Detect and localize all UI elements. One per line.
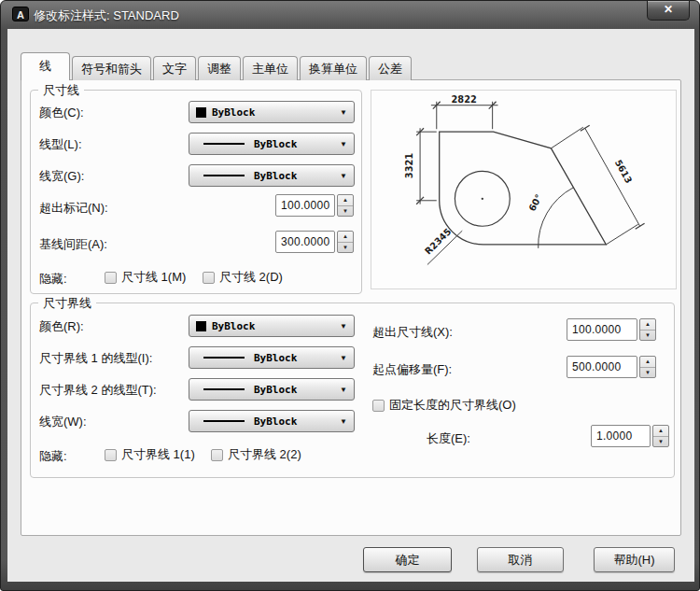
help-button[interactable]: 帮助(H) — [594, 547, 675, 572]
baseline-spacing-label: 基线间距(A): — [39, 236, 107, 253]
suppress-dimline2-label: 尺寸线 2(D) — [219, 269, 283, 286]
extend-beyond-dimlines-field[interactable]: 100.0000 — [567, 318, 637, 341]
tab-tolerances[interactable]: 公差 — [369, 56, 412, 80]
dim-text-top: 2822 — [452, 94, 477, 105]
checkbox-icon[interactable] — [211, 449, 223, 461]
spinner-down-icon[interactable]: ▼ — [338, 206, 353, 217]
ext-linetype1-dropdown[interactable]: ByBlock ▼ — [189, 346, 355, 369]
ext-color-dropdown[interactable]: ByBlock ▼ — [189, 315, 355, 337]
offset-from-origin-spinner: 500.0000 ▲ ▼ — [567, 356, 656, 378]
spinner-down-icon[interactable]: ▼ — [640, 368, 655, 378]
tab-bar: 线 符号和箭头 文字 调整 主单位 换算单位 公差 — [21, 52, 413, 80]
color-swatch-icon — [196, 321, 206, 331]
tab-fit[interactable]: 调整 — [198, 56, 241, 80]
close-button[interactable]: ✕ — [647, 1, 690, 21]
spinner-buttons[interactable]: ▲ ▼ — [337, 194, 354, 217]
length-field[interactable]: 1.0000 — [591, 425, 651, 447]
dim-text-aligned: 5613 — [613, 158, 635, 185]
ext-linetype2-dropdown[interactable]: ByBlock ▼ — [189, 378, 355, 401]
dim-linetype-dropdown[interactable]: ByBlock ▼ — [189, 133, 355, 155]
dim-color-label: 颜色(C): — [39, 105, 84, 121]
ext-lineweight-label: 线宽(W): — [39, 414, 87, 430]
spinner-buttons[interactable]: ▲ ▼ — [639, 318, 656, 341]
offset-from-origin-field[interactable]: 500.0000 — [567, 356, 637, 378]
dim-text-left: 3321 — [404, 153, 414, 178]
spinner-buttons[interactable]: ▲ ▼ — [652, 425, 669, 447]
tab-lines[interactable]: 线 — [21, 52, 70, 80]
suppress-extline2-label: 尺寸界线 2(2) — [228, 446, 301, 463]
spinner-up-icon[interactable]: ▲ — [338, 232, 353, 243]
dialog-window: A 修改标注样式: STANDARD ✕ 线 符号和箭头 文字 调整 主单位 换… — [0, 0, 700, 591]
spinner-buttons[interactable]: ▲ ▼ — [337, 231, 354, 253]
dropdown-arrow-icon: ▼ — [340, 140, 347, 148]
checkbox-icon[interactable] — [105, 272, 117, 284]
extend-beyond-ticks-label: 超出标记(N): — [39, 200, 108, 217]
dropdown-arrow-icon: ▼ — [340, 172, 347, 180]
extend-beyond-dimlines-label: 超出尺寸线(X): — [372, 324, 453, 341]
preview-shape-outline — [440, 132, 607, 245]
group-extension-line-title: 尺寸界线 — [38, 295, 96, 312]
suppress-dimline1-checkbox[interactable]: 尺寸线 1(M) — [105, 269, 186, 286]
extension-line — [606, 224, 637, 245]
lineweight-sample-icon — [203, 175, 245, 176]
spinner-down-icon[interactable]: ▼ — [338, 243, 353, 253]
ext-color-label: 颜色(R): — [39, 318, 84, 335]
dim-color-dropdown[interactable]: ByBlock ▼ — [189, 101, 355, 123]
spinner-down-icon[interactable]: ▼ — [640, 331, 655, 341]
dim-linetype-value: ByBlock — [254, 138, 297, 150]
ok-button[interactable]: 确定 — [363, 547, 452, 572]
ext-lineweight-value: ByBlock — [254, 415, 297, 428]
tab-text[interactable]: 文字 — [153, 56, 196, 80]
group-dimension-line-title: 尺寸线 — [38, 82, 84, 99]
fixed-length-extlines-checkbox[interactable]: 固定长度的尺寸界线(O) — [372, 397, 516, 414]
preview-drawing: 2822 3321 5613 60° R2345 — [371, 91, 676, 288]
extension-line — [551, 127, 582, 148]
dropdown-arrow-icon: ▼ — [340, 417, 347, 426]
ext-linetype1-label: 尺寸界线 1 的线型(I): — [39, 350, 152, 367]
dim-lineweight-label: 线宽(G): — [39, 168, 84, 185]
spinner-down-icon[interactable]: ▼ — [653, 437, 668, 447]
ext-color-value: ByBlock — [212, 320, 255, 332]
baseline-spacing-spinner: 300.0000 ▲ ▼ — [275, 231, 354, 253]
tab-alternate-units[interactable]: 换算单位 — [300, 56, 367, 80]
dim-suppress-label: 隐藏: — [39, 271, 67, 288]
suppress-extline1-checkbox[interactable]: 尺寸界线 1(1) — [105, 446, 195, 463]
dim-lineweight-dropdown[interactable]: ByBlock ▼ — [189, 164, 355, 187]
fixed-length-extlines-label: 固定长度的尺寸界线(O) — [389, 397, 516, 414]
tick-mark — [636, 223, 645, 229]
suppress-extline2-checkbox[interactable]: 尺寸界线 2(2) — [211, 446, 301, 463]
spinner-up-icon[interactable]: ▲ — [640, 357, 655, 368]
spinner-up-icon[interactable]: ▲ — [640, 319, 655, 331]
dimension-style-preview: 2822 3321 5613 60° R2345 — [371, 90, 677, 289]
dim-text-radius: R2345 — [423, 226, 454, 257]
checkbox-icon[interactable] — [105, 449, 117, 461]
dim-text-angle: 60° — [526, 192, 543, 213]
spinner-up-icon[interactable]: ▲ — [338, 195, 353, 206]
baseline-spacing-field[interactable]: 300.0000 — [275, 231, 335, 253]
spinner-up-icon[interactable]: ▲ — [653, 426, 668, 437]
extend-beyond-ticks-field[interactable]: 100.0000 — [275, 194, 335, 217]
color-swatch-icon — [196, 107, 206, 118]
offset-from-origin-label: 起点偏移量(F): — [372, 361, 452, 378]
linetype-sample-icon — [203, 143, 245, 145]
extend-beyond-dimlines-spinner: 100.0000 ▲ ▼ — [567, 318, 656, 341]
suppress-dimline2-checkbox[interactable]: 尺寸线 2(D) — [203, 269, 283, 286]
dim-lineweight-value: ByBlock — [254, 170, 297, 182]
group-extension-line: 尺寸界线 颜色(R): ByBlock ▼ 尺寸界线 1 的线型(I): ByB… — [30, 303, 675, 478]
cancel-button[interactable]: 取消 — [477, 547, 564, 572]
dropdown-arrow-icon: ▼ — [340, 386, 347, 394]
spinner-buttons[interactable]: ▲ ▼ — [639, 356, 656, 378]
tab-symbols-arrows[interactable]: 符号和箭头 — [72, 56, 151, 80]
lineweight-sample-icon — [203, 420, 245, 422]
ext-lineweight-dropdown[interactable]: ByBlock ▼ — [189, 410, 355, 432]
angle-arc — [539, 188, 573, 248]
tab-primary-units[interactable]: 主单位 — [243, 56, 298, 80]
titlebar[interactable]: A 修改标注样式: STANDARD ✕ — [1, 1, 699, 29]
checkbox-icon[interactable] — [203, 272, 215, 284]
checkbox-icon[interactable] — [372, 400, 385, 412]
suppress-extline1-label: 尺寸界线 1(1) — [121, 446, 195, 463]
linetype-sample-icon — [203, 388, 245, 390]
extend-beyond-ticks-spinner: 100.0000 ▲ ▼ — [275, 194, 354, 217]
linetype-sample-icon — [203, 357, 245, 359]
ext-linetype2-value: ByBlock — [254, 384, 297, 396]
